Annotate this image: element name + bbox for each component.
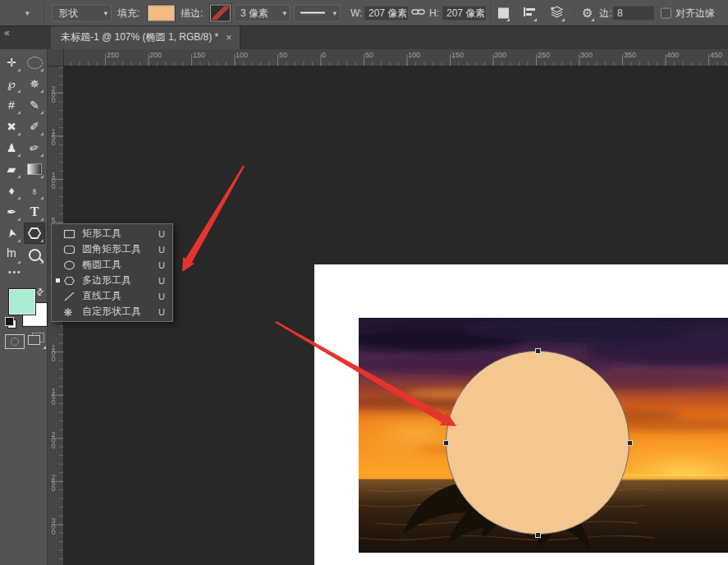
sides-value: 8 xyxy=(617,7,623,19)
flyout-corner-icon xyxy=(17,175,21,178)
elliptical-marquee-tool[interactable] xyxy=(24,52,45,73)
menu-item-custom-shape-tool[interactable]: ❋自定形状工具U xyxy=(52,304,172,319)
close-tab-icon[interactable]: × xyxy=(226,32,231,44)
blur-tool[interactable]: ♦ xyxy=(1,180,22,201)
eyedropper-tool-icon: ✎ xyxy=(30,99,39,111)
shape-mode-dropdown[interactable]: 形状 ▾ xyxy=(52,4,112,21)
ruler-label: 300 xyxy=(580,51,593,59)
shape-tool[interactable] xyxy=(24,223,45,244)
tab-bar: « 未标题-1 @ 107% (椭圆 1, RGB/8) * × xyxy=(0,25,728,49)
eyedropper-tool[interactable]: ✎ xyxy=(24,94,45,116)
chevron-down-icon xyxy=(591,18,594,21)
lasso-tool-icon: ℘ xyxy=(7,78,16,90)
ruler-label: 100 xyxy=(236,51,248,59)
horizontal-ruler[interactable]: 2502001501005005010015020025030035040045… xyxy=(47,49,728,67)
anchor-point-left[interactable] xyxy=(443,440,449,446)
mixer-brush-tool[interactable]: ✏ xyxy=(24,137,45,158)
clone-stamp-tool-icon: ♟ xyxy=(7,142,17,154)
crop-tool[interactable]: # xyxy=(1,94,22,116)
flyout-corner-icon xyxy=(17,132,21,136)
flyout-corner-icon xyxy=(40,196,43,200)
chevron-down-icon xyxy=(43,346,46,349)
tools-panel: ✛℘✵#✎✚✐♟✏▰♦♁✒T➤ɰ ••• ⇄ xyxy=(0,49,48,565)
menu-item-ellipse-tool[interactable]: 椭圆工具U xyxy=(52,257,172,273)
ruler-label: 350 xyxy=(624,51,636,59)
swap-colors-icon[interactable]: ⇄ xyxy=(34,286,47,299)
menu-item-rectangle-tool[interactable]: 矩形工具U xyxy=(52,226,172,241)
height-field[interactable]: 207 像素 xyxy=(442,5,487,21)
dodge-tool[interactable]: ♁ xyxy=(24,180,45,201)
lasso-tool[interactable]: ℘ xyxy=(1,73,22,94)
brush-tool[interactable]: ✐ xyxy=(24,116,45,137)
move-tool-icon: ✛ xyxy=(7,57,16,68)
document-tab[interactable]: 未标题-1 @ 107% (椭圆 1, RGB/8) * × xyxy=(51,25,240,49)
menu-item-line-tool[interactable]: 直线工具U xyxy=(52,288,172,304)
foreground-color-swatch[interactable] xyxy=(9,289,35,315)
ruler-label: 0 xyxy=(322,51,326,59)
red-arrow-to-menu xyxy=(182,165,245,272)
hand-tool[interactable]: ɰ xyxy=(1,244,22,265)
flyout-corner-icon xyxy=(17,260,21,264)
anchor-point-bottom[interactable] xyxy=(535,532,541,538)
menu-item-shortcut: U xyxy=(158,307,165,317)
zoom-tool[interactable] xyxy=(24,244,45,265)
type-tool-icon: T xyxy=(30,205,39,218)
anchor-point-top[interactable] xyxy=(535,348,541,354)
eraser-tool[interactable]: ▰ xyxy=(1,158,22,180)
collapse-panels-icon[interactable]: « xyxy=(4,27,10,39)
ruler-label: 50 xyxy=(365,51,373,59)
chevron-down-icon xyxy=(533,18,537,21)
sides-label: 边: xyxy=(599,6,611,20)
fill-label: 填充: xyxy=(117,6,140,20)
chevron-down-icon xyxy=(561,18,565,21)
sides-field[interactable]: 8 xyxy=(612,5,655,21)
path-operations-icon[interactable] xyxy=(498,7,509,18)
ellipse-shape-layer[interactable] xyxy=(446,351,630,535)
document-tab-title: 未标题-1 @ 107% (椭圆 1, RGB/8) * xyxy=(61,30,218,44)
custom-shape-icon: ❋ xyxy=(63,306,76,318)
menu-item-shortcut: U xyxy=(158,276,165,286)
stroke-color-swatch[interactable] xyxy=(210,4,231,21)
menu-item-rounded-rectangle-tool[interactable]: 圆角矩形工具U xyxy=(52,241,172,257)
ruler-label: 250 xyxy=(538,51,550,59)
move-tool[interactable]: ✛ xyxy=(1,52,22,73)
menu-item-shortcut: U xyxy=(158,229,165,239)
ruler-label: 100 xyxy=(408,51,420,59)
width-field[interactable]: 207 像素 xyxy=(364,5,409,21)
path-selection-tool-icon: ➤ xyxy=(5,227,19,240)
stroke-width-dropdown[interactable]: 3 像素 ▾ xyxy=(234,4,291,21)
gradient-tool[interactable] xyxy=(24,158,45,180)
ruler-corner xyxy=(47,49,64,67)
rounded-rectangle-icon xyxy=(63,244,76,255)
stroke-label: 描边: xyxy=(181,6,203,20)
flyout-corner-icon xyxy=(17,239,21,242)
path-selection-tool[interactable]: ➤ xyxy=(1,223,22,244)
healing-brush-tool[interactable]: ✚ xyxy=(1,116,22,137)
ruler-label: 200 xyxy=(50,432,57,449)
shape-tool-menu: 矩形工具U圆角矩形工具U椭圆工具U多边形工具U直线工具U❋自定形状工具U xyxy=(51,223,173,322)
quick-mask-mode-button[interactable] xyxy=(5,334,25,349)
type-tool[interactable]: T xyxy=(24,201,45,223)
flyout-corner-icon xyxy=(40,132,43,136)
ruler-label: 400 xyxy=(666,51,679,59)
magic-wand-tool[interactable]: ✵ xyxy=(24,73,45,94)
blur-tool-icon: ♦ xyxy=(8,185,14,196)
link-dimensions-icon[interactable] xyxy=(411,7,425,19)
screen-mode-button[interactable] xyxy=(28,333,44,347)
stroke-style-dropdown[interactable]: ▾ xyxy=(294,4,341,21)
menu-item-shortcut: U xyxy=(158,245,165,255)
tool-preset-caret-icon[interactable]: ▾ xyxy=(25,9,30,17)
crop-tool-icon: # xyxy=(8,99,15,111)
clone-stamp-tool[interactable]: ♟ xyxy=(1,137,22,158)
fill-color-swatch[interactable] xyxy=(148,5,175,21)
flyout-corner-icon xyxy=(40,175,43,178)
pen-tool[interactable]: ✒ xyxy=(1,201,22,223)
edit-toolbar-overflow-button[interactable]: ••• xyxy=(8,268,22,277)
align-edges-checkbox[interactable] xyxy=(661,7,671,18)
shape-mode-value: 形状 xyxy=(58,6,78,20)
menu-item-shortcut: U xyxy=(158,292,165,301)
menu-item-polygon-tool[interactable]: 多边形工具U xyxy=(52,273,172,288)
hand-tool-icon: ɰ xyxy=(7,249,16,260)
anchor-point-right[interactable] xyxy=(627,440,633,446)
default-colors-icon[interactable] xyxy=(5,317,16,328)
